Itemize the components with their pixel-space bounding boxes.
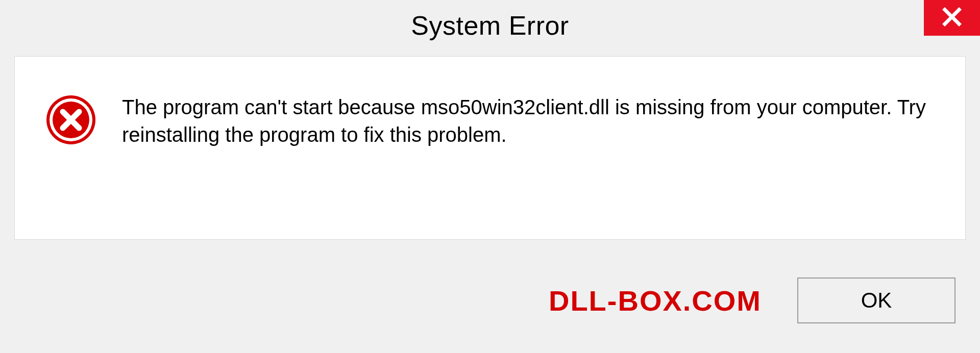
close-button[interactable] bbox=[924, 0, 980, 36]
dialog-footer: DLL-BOX.COM OK bbox=[14, 262, 966, 339]
dialog-title: System Error bbox=[411, 10, 569, 41]
error-icon bbox=[45, 92, 96, 147]
titlebar: System Error bbox=[0, 0, 980, 51]
watermark-text: DLL-BOX.COM bbox=[549, 284, 762, 317]
ok-button[interactable]: OK bbox=[797, 278, 955, 323]
dialog-content: The program can't start because mso50win… bbox=[14, 56, 966, 240]
dialog-message: The program can't start because mso50win… bbox=[122, 92, 935, 148]
close-icon bbox=[942, 7, 962, 29]
